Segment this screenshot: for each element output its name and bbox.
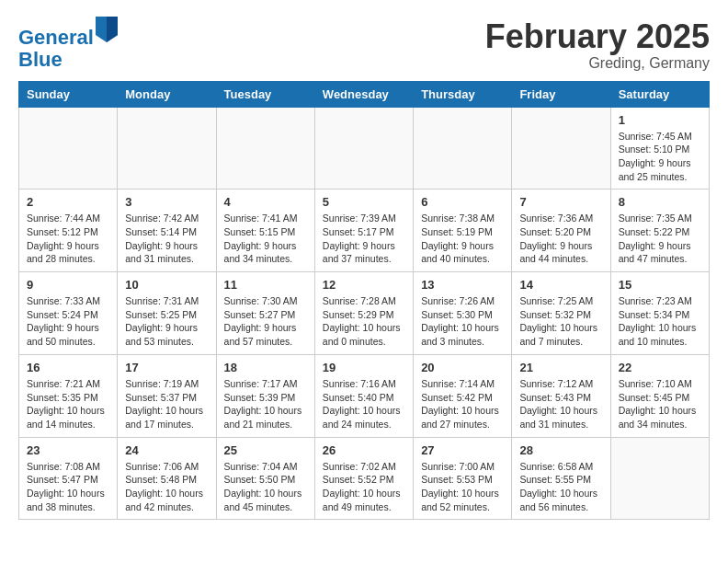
day-info: Sunrise: 7:02 AM Sunset: 5:52 PM Dayligh… <box>323 460 405 514</box>
day-number: 28 <box>519 443 602 457</box>
calendar-cell: 20Sunrise: 7:14 AM Sunset: 5:42 PM Dayli… <box>414 354 512 437</box>
calendar-cell <box>19 107 118 190</box>
calendar-cell <box>314 107 413 190</box>
title-block: February 2025 Greding, Germany <box>485 18 710 72</box>
day-info: Sunrise: 7:38 AM Sunset: 5:19 PM Dayligh… <box>421 212 504 266</box>
calendar-cell: 3Sunrise: 7:42 AM Sunset: 5:14 PM Daylig… <box>118 190 216 272</box>
weekday-header-sunday: Sunday <box>19 81 118 107</box>
weekday-header-tuesday: Tuesday <box>216 81 314 107</box>
calendar-week-3: 16Sunrise: 7:21 AM Sunset: 5:35 PM Dayli… <box>19 354 710 437</box>
weekday-header-friday: Friday <box>512 81 610 107</box>
day-info: Sunrise: 7:14 AM Sunset: 5:42 PM Dayligh… <box>421 377 504 431</box>
day-number: 21 <box>519 361 602 374</box>
day-number: 17 <box>125 361 208 374</box>
calendar-cell: 11Sunrise: 7:30 AM Sunset: 5:27 PM Dayli… <box>216 272 314 355</box>
calendar-cell: 12Sunrise: 7:28 AM Sunset: 5:29 PM Dayli… <box>314 272 413 355</box>
day-info: Sunrise: 7:21 AM Sunset: 5:35 PM Dayligh… <box>27 377 109 431</box>
calendar-cell: 2Sunrise: 7:44 AM Sunset: 5:12 PM Daylig… <box>19 190 118 272</box>
day-number: 15 <box>619 278 701 292</box>
calendar-week-4: 23Sunrise: 7:08 AM Sunset: 5:47 PM Dayli… <box>19 437 710 520</box>
day-info: Sunrise: 6:58 AM Sunset: 5:55 PM Dayligh… <box>519 460 602 514</box>
day-info: Sunrise: 7:12 AM Sunset: 5:43 PM Dayligh… <box>519 377 602 431</box>
calendar-cell <box>216 107 314 190</box>
day-number: 14 <box>519 278 602 292</box>
svg-marker-1 <box>107 17 118 42</box>
day-number: 2 <box>27 195 109 209</box>
day-info: Sunrise: 7:08 AM Sunset: 5:47 PM Dayligh… <box>27 460 109 514</box>
day-number: 13 <box>421 278 504 292</box>
calendar-cell: 10Sunrise: 7:31 AM Sunset: 5:25 PM Dayli… <box>118 272 216 355</box>
calendar-cell <box>512 107 610 190</box>
day-info: Sunrise: 7:19 AM Sunset: 5:37 PM Dayligh… <box>125 377 208 431</box>
day-info: Sunrise: 7:30 AM Sunset: 5:27 PM Dayligh… <box>224 294 307 349</box>
day-number: 5 <box>323 195 405 209</box>
day-info: Sunrise: 7:45 AM Sunset: 5:10 PM Dayligh… <box>619 130 701 184</box>
day-info: Sunrise: 7:31 AM Sunset: 5:25 PM Dayligh… <box>125 294 208 349</box>
day-number: 10 <box>125 278 208 292</box>
day-number: 20 <box>421 361 504 374</box>
day-info: Sunrise: 7:23 AM Sunset: 5:34 PM Dayligh… <box>619 294 701 349</box>
calendar-cell: 21Sunrise: 7:12 AM Sunset: 5:43 PM Dayli… <box>512 354 610 437</box>
weekday-header-monday: Monday <box>118 81 216 107</box>
calendar-cell: 27Sunrise: 7:00 AM Sunset: 5:53 PM Dayli… <box>414 437 512 520</box>
location: Greding, Germany <box>485 55 710 72</box>
calendar-cell: 18Sunrise: 7:17 AM Sunset: 5:39 PM Dayli… <box>216 354 314 437</box>
day-info: Sunrise: 7:06 AM Sunset: 5:48 PM Dayligh… <box>125 460 208 514</box>
day-info: Sunrise: 7:10 AM Sunset: 5:45 PM Dayligh… <box>619 377 701 431</box>
calendar-cell: 17Sunrise: 7:19 AM Sunset: 5:37 PM Dayli… <box>118 354 216 437</box>
calendar-week-1: 2Sunrise: 7:44 AM Sunset: 5:12 PM Daylig… <box>19 190 710 272</box>
weekday-header-wednesday: Wednesday <box>314 81 413 107</box>
day-info: Sunrise: 7:04 AM Sunset: 5:50 PM Dayligh… <box>224 460 307 514</box>
day-number: 7 <box>519 195 602 209</box>
calendar-cell: 22Sunrise: 7:10 AM Sunset: 5:45 PM Dayli… <box>610 354 709 437</box>
weekday-header-thursday: Thursday <box>414 81 512 107</box>
day-number: 26 <box>323 443 405 457</box>
day-number: 4 <box>224 195 307 209</box>
day-info: Sunrise: 7:41 AM Sunset: 5:15 PM Dayligh… <box>224 212 307 266</box>
calendar-cell: 16Sunrise: 7:21 AM Sunset: 5:35 PM Dayli… <box>19 354 118 437</box>
day-number: 6 <box>421 195 504 209</box>
calendar-cell: 7Sunrise: 7:36 AM Sunset: 5:20 PM Daylig… <box>512 190 610 272</box>
calendar-cell: 4Sunrise: 7:41 AM Sunset: 5:15 PM Daylig… <box>216 190 314 272</box>
page-header: General Blue February 2025 Greding, Germ… <box>18 18 710 72</box>
day-info: Sunrise: 7:39 AM Sunset: 5:17 PM Dayligh… <box>323 212 405 266</box>
day-info: Sunrise: 7:28 AM Sunset: 5:29 PM Dayligh… <box>323 294 405 349</box>
calendar-cell: 14Sunrise: 7:25 AM Sunset: 5:32 PM Dayli… <box>512 272 610 355</box>
day-number: 24 <box>125 443 208 457</box>
calendar-table: SundayMondayTuesdayWednesdayThursdayFrid… <box>18 81 710 521</box>
day-info: Sunrise: 7:36 AM Sunset: 5:20 PM Dayligh… <box>519 212 602 266</box>
calendar-week-0: 1Sunrise: 7:45 AM Sunset: 5:10 PM Daylig… <box>19 107 710 190</box>
calendar-cell: 25Sunrise: 7:04 AM Sunset: 5:50 PM Dayli… <box>216 437 314 520</box>
calendar-cell: 5Sunrise: 7:39 AM Sunset: 5:17 PM Daylig… <box>314 190 413 272</box>
day-info: Sunrise: 7:17 AM Sunset: 5:39 PM Dayligh… <box>224 377 307 431</box>
day-info: Sunrise: 7:25 AM Sunset: 5:32 PM Dayligh… <box>519 294 602 349</box>
day-info: Sunrise: 7:35 AM Sunset: 5:22 PM Dayligh… <box>619 212 701 266</box>
calendar-cell <box>414 107 512 190</box>
day-info: Sunrise: 7:33 AM Sunset: 5:24 PM Dayligh… <box>27 294 109 349</box>
day-number: 11 <box>224 278 307 292</box>
day-info: Sunrise: 7:26 AM Sunset: 5:30 PM Dayligh… <box>421 294 504 349</box>
day-number: 19 <box>323 361 405 374</box>
day-number: 27 <box>421 443 504 457</box>
weekday-header-saturday: Saturday <box>610 81 709 107</box>
day-number: 9 <box>27 278 109 292</box>
logo-blue-text: Blue <box>18 49 118 71</box>
day-number: 3 <box>125 195 208 209</box>
calendar-cell <box>118 107 216 190</box>
calendar-cell: 28Sunrise: 6:58 AM Sunset: 5:55 PM Dayli… <box>512 437 610 520</box>
calendar-cell: 1Sunrise: 7:45 AM Sunset: 5:10 PM Daylig… <box>610 107 709 190</box>
calendar-cell: 26Sunrise: 7:02 AM Sunset: 5:52 PM Dayli… <box>314 437 413 520</box>
day-number: 8 <box>619 195 701 209</box>
calendar-cell: 24Sunrise: 7:06 AM Sunset: 5:48 PM Dayli… <box>118 437 216 520</box>
month-title: February 2025 <box>485 18 710 55</box>
day-number: 25 <box>224 443 307 457</box>
day-number: 18 <box>224 361 307 374</box>
logo-text: General <box>18 18 118 49</box>
day-number: 16 <box>27 361 109 374</box>
day-number: 1 <box>619 113 701 127</box>
day-number: 22 <box>619 361 701 374</box>
calendar-cell <box>610 437 709 520</box>
day-number: 23 <box>27 443 109 457</box>
calendar-week-2: 9Sunrise: 7:33 AM Sunset: 5:24 PM Daylig… <box>19 272 710 355</box>
calendar-header-row: SundayMondayTuesdayWednesdayThursdayFrid… <box>19 81 710 107</box>
